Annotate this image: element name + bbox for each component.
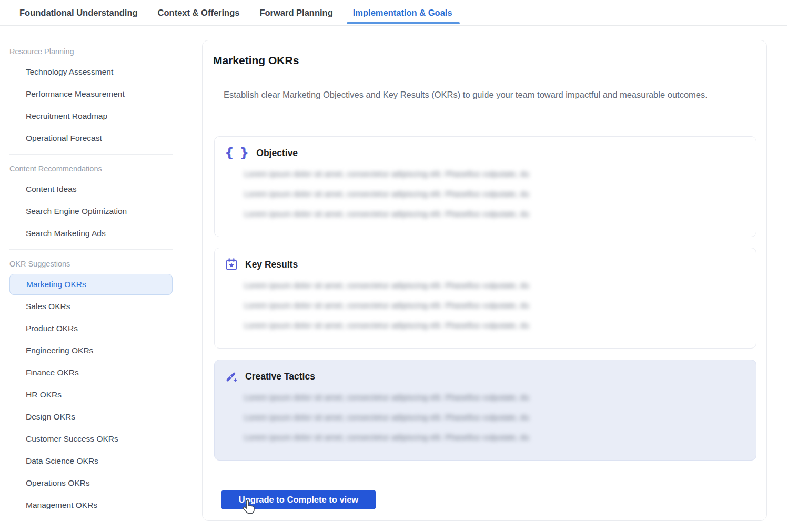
main-panel: Marketing OKRs Establish clear Marketing…: [202, 40, 767, 521]
tab-label: Implementation & Goals: [353, 8, 452, 18]
creative-tactics-card: Creative Tactics Lorem ipsum dolor sit a…: [214, 360, 756, 461]
blurred-text-line: Lorem ipsum dolor sit amet, consectetur …: [244, 281, 624, 290]
sidebar-item-operations-okrs[interactable]: Operations OKRs: [9, 472, 173, 494]
sidebar-item-data-science-okrs[interactable]: Data Science OKRs: [9, 450, 173, 472]
curly-braces-icon: { }: [225, 146, 249, 160]
card-header: { } Objective: [225, 146, 298, 160]
card-title-creative-tactics: Creative Tactics: [245, 371, 315, 382]
page-description: Establish clear Marketing Objectives and…: [224, 87, 718, 103]
tab-implementation-goals[interactable]: Implementation & Goals: [353, 0, 452, 25]
sidebar-item-product-okrs[interactable]: Product OKRs: [9, 318, 173, 340]
sidebar-item-management-okrs[interactable]: Management OKRs: [9, 494, 173, 516]
sidebar-item-technology-assessment[interactable]: Technology Assessment: [9, 61, 173, 83]
blurred-content: Lorem ipsum dolor sit amet, consectetur …: [244, 393, 624, 453]
blurred-text-line: Lorem ipsum dolor sit amet, consectetur …: [244, 169, 624, 178]
sidebar-item-hr-okrs[interactable]: HR OKRs: [9, 384, 173, 406]
card-title-objective: Objective: [256, 148, 298, 159]
blurred-text-line: Lorem ipsum dolor sit amet, consectetur …: [244, 209, 624, 218]
blurred-content: Lorem ipsum dolor sit amet, consectetur …: [244, 169, 624, 229]
sidebar-item-engineering-okrs[interactable]: Engineering OKRs: [9, 340, 173, 362]
sidebar-item-sales-okrs[interactable]: Sales OKRs: [9, 295, 173, 318]
upgrade-button[interactable]: Upgrade to Complete to view: [221, 490, 376, 509]
sidebar-divider: [9, 154, 173, 155]
key-results-card: Key Results Lorem ipsum dolor sit amet, …: [214, 248, 756, 349]
page-title: Marketing OKRs: [213, 54, 299, 67]
card-title-key-results: Key Results: [245, 259, 298, 270]
tab-foundational-understanding[interactable]: Foundational Understanding: [19, 0, 138, 25]
tab-label: Forward Planning: [259, 8, 332, 18]
blurred-text-line: Lorem ipsum dolor sit amet, consectetur …: [244, 301, 624, 310]
sidebar-item-customer-success-okrs[interactable]: Customer Success OKRs: [9, 428, 173, 450]
magic-pen-icon: [225, 370, 238, 383]
sidebar-item-finance-okrs[interactable]: Finance OKRs: [9, 362, 173, 384]
blurred-text-line: Lorem ipsum dolor sit amet, consectetur …: [244, 189, 624, 198]
sidebar-section-okr-suggestions: OKR Suggestions: [9, 254, 173, 273]
tab-forward-planning[interactable]: Forward Planning: [259, 0, 332, 25]
blurred-text-line: Lorem ipsum dolor sit amet, consectetur …: [244, 393, 624, 402]
sidebar-item-content-ideas[interactable]: Content Ideas: [9, 178, 173, 200]
calendar-star-icon: [225, 258, 238, 271]
tab-label: Foundational Understanding: [19, 8, 138, 18]
top-tab-bar: Foundational Understanding Context & Off…: [0, 0, 787, 26]
sidebar-item-search-marketing-ads[interactable]: Search Marketing Ads: [9, 222, 173, 244]
tab-label: Context & Offerings: [158, 8, 240, 18]
objective-card: { } Objective Lorem ipsum dolor sit amet…: [214, 136, 756, 237]
sidebar-item-operational-forecast[interactable]: Operational Forecast: [9, 127, 173, 149]
blurred-text-line: Lorem ipsum dolor sit amet, consectetur …: [244, 433, 624, 442]
sidebar: Resource Planning Technology Assessment …: [9, 42, 173, 516]
sidebar-item-performance-measurement[interactable]: Performance Measurement: [9, 83, 173, 105]
panel-footer-divider: [213, 477, 756, 477]
sidebar-item-design-okrs[interactable]: Design OKRs: [9, 406, 173, 428]
sidebar-item-search-engine-optimization[interactable]: Search Engine Optimization: [9, 200, 173, 222]
blurred-text-line: Lorem ipsum dolor sit amet, consectetur …: [244, 413, 624, 422]
blurred-content: Lorem ipsum dolor sit amet, consectetur …: [244, 281, 624, 341]
sidebar-divider: [9, 249, 173, 250]
sidebar-item-marketing-okrs[interactable]: Marketing OKRs: [9, 274, 173, 295]
sidebar-section-resource-planning: Resource Planning: [9, 42, 173, 61]
sidebar-item-recruitment-roadmap[interactable]: Recruitment Roadmap: [9, 105, 173, 127]
card-header: Creative Tactics: [225, 370, 315, 383]
blurred-text-line: Lorem ipsum dolor sit amet, consectetur …: [244, 321, 624, 330]
sidebar-section-content-recommendations: Content Recommendations: [9, 159, 173, 178]
active-tab-underline: [347, 22, 460, 24]
card-header: Key Results: [225, 258, 298, 271]
tab-context-offerings[interactable]: Context & Offerings: [158, 0, 240, 25]
screen: Foundational Understanding Context & Off…: [0, 0, 787, 532]
